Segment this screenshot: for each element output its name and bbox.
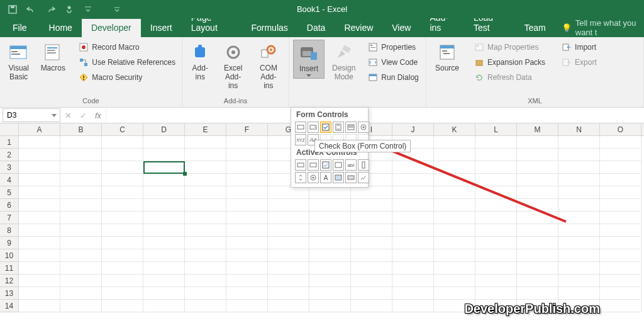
- macro-security-button[interactable]: Macro Security: [76, 71, 178, 84]
- cell[interactable]: [434, 287, 475, 300]
- source-button[interactable]: Source: [430, 40, 464, 72]
- cell[interactable]: [185, 262, 226, 275]
- cell[interactable]: [351, 237, 392, 249]
- ax-label-control[interactable]: A: [320, 172, 331, 183]
- cell[interactable]: [351, 224, 392, 237]
- cell[interactable]: [226, 275, 268, 287]
- row-header[interactable]: 2: [0, 149, 19, 161]
- col-header[interactable]: M: [517, 123, 558, 135]
- record-macro-button[interactable]: Record Macro: [76, 41, 178, 54]
- cell[interactable]: [475, 237, 517, 249]
- cell[interactable]: [517, 224, 558, 237]
- cell[interactable]: [226, 212, 268, 224]
- cell[interactable]: [309, 199, 351, 212]
- col-header[interactable]: L: [475, 123, 517, 135]
- row-header[interactable]: 10: [0, 249, 19, 262]
- cell[interactable]: [558, 186, 600, 199]
- cell[interactable]: [351, 199, 392, 212]
- cell[interactable]: [517, 275, 558, 287]
- cell[interactable]: [558, 161, 600, 174]
- cell[interactable]: [19, 212, 60, 224]
- cell[interactable]: [309, 287, 351, 300]
- cell[interactable]: [60, 300, 102, 312]
- tab-review[interactable]: Review: [335, 19, 382, 37]
- row-header[interactable]: 11: [0, 262, 19, 275]
- cell[interactable]: [517, 199, 558, 212]
- cell[interactable]: [19, 136, 60, 149]
- cell[interactable]: [185, 212, 226, 224]
- cell[interactable]: [19, 174, 60, 186]
- macros-button[interactable]: Macros: [36, 40, 70, 72]
- cell[interactable]: [309, 275, 351, 287]
- cell[interactable]: [475, 161, 517, 174]
- cell[interactable]: [558, 249, 600, 262]
- cell[interactable]: [60, 136, 102, 149]
- tab-data[interactable]: Data: [297, 19, 335, 37]
- cell[interactable]: [185, 287, 226, 300]
- cell[interactable]: [351, 249, 392, 262]
- cell[interactable]: [475, 186, 517, 199]
- cell[interactable]: [558, 174, 600, 186]
- cell[interactable]: [185, 186, 226, 199]
- cell[interactable]: [434, 199, 475, 212]
- cell[interactable]: [517, 212, 558, 224]
- redo-icon[interactable]: [45, 4, 55, 14]
- cell[interactable]: [268, 212, 309, 224]
- cell[interactable]: [309, 186, 351, 199]
- cell[interactable]: [60, 149, 102, 161]
- cell[interactable]: [475, 287, 517, 300]
- cell[interactable]: [434, 249, 475, 262]
- cell[interactable]: [558, 287, 600, 300]
- ax-spinbutton-control[interactable]: [295, 172, 306, 183]
- cell[interactable]: [392, 199, 434, 212]
- col-header[interactable]: O: [600, 123, 641, 135]
- cell[interactable]: [517, 174, 558, 186]
- cell[interactable]: [517, 237, 558, 249]
- tab-team[interactable]: Team: [515, 19, 555, 37]
- cell[interactable]: [558, 199, 600, 212]
- col-header[interactable]: A: [19, 123, 60, 135]
- cell[interactable]: [60, 287, 102, 300]
- cell[interactable]: [434, 186, 475, 199]
- cell[interactable]: [19, 186, 60, 199]
- cell[interactable]: [143, 136, 185, 149]
- cell[interactable]: [143, 300, 185, 312]
- enter-formula-button[interactable]: ✓: [75, 111, 91, 120]
- cell[interactable]: [143, 199, 185, 212]
- cell[interactable]: [351, 300, 392, 312]
- form-option-control[interactable]: [358, 122, 369, 133]
- cell[interactable]: [185, 149, 226, 161]
- cell[interactable]: [434, 161, 475, 174]
- cell[interactable]: [268, 199, 309, 212]
- cell[interactable]: [392, 237, 434, 249]
- row-header[interactable]: 7: [0, 212, 19, 224]
- cell[interactable]: [434, 174, 475, 186]
- cell[interactable]: [600, 224, 641, 237]
- cell[interactable]: [475, 224, 517, 237]
- cell[interactable]: [392, 186, 434, 199]
- cell[interactable]: [143, 237, 185, 249]
- cell[interactable]: [558, 275, 600, 287]
- col-header[interactable]: C: [102, 123, 143, 135]
- cell[interactable]: [434, 237, 475, 249]
- cell[interactable]: [143, 212, 185, 224]
- cell[interactable]: [351, 262, 392, 275]
- form-combo-control[interactable]: [308, 122, 319, 133]
- row-header[interactable]: 1: [0, 136, 19, 149]
- col-header[interactable]: E: [185, 123, 226, 135]
- cell[interactable]: [226, 262, 268, 275]
- cell[interactable]: [60, 186, 102, 199]
- cell[interactable]: [558, 136, 600, 149]
- row-header[interactable]: 3: [0, 161, 19, 174]
- ax-toggle-control[interactable]: [345, 172, 357, 183]
- cell[interactable]: [309, 224, 351, 237]
- cell[interactable]: [102, 161, 143, 174]
- tab-home[interactable]: Home: [40, 19, 82, 37]
- cell[interactable]: [185, 275, 226, 287]
- cell[interactable]: [309, 262, 351, 275]
- cell[interactable]: [600, 186, 641, 199]
- cell[interactable]: [268, 237, 309, 249]
- import-button[interactable]: Import: [559, 41, 599, 54]
- cell[interactable]: [517, 249, 558, 262]
- cancel-formula-button[interactable]: ✕: [60, 111, 75, 120]
